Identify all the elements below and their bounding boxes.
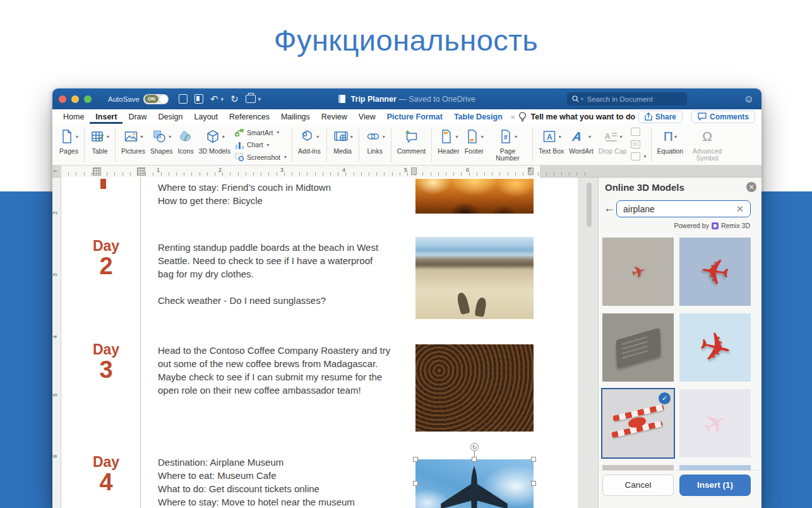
screenshot-button[interactable]: Screenshot▾ — [235, 152, 287, 162]
airplane-model-icon: ✈ — [693, 321, 736, 373]
selection-handle[interactable] — [472, 457, 477, 462]
tab-draw[interactable]: Draw — [122, 110, 152, 124]
equation-pi-icon: Π — [664, 129, 673, 144]
insert-button[interactable]: Insert (1) — [679, 475, 751, 496]
new-document-icon[interactable] — [179, 94, 188, 104]
comment-button[interactable]: Comment — [395, 126, 429, 155]
saved-status-text: — Saved to OneDrive — [398, 95, 475, 104]
smartart-button[interactable]: SmartArt▾ — [235, 128, 287, 137]
icons-duck-icon — [178, 129, 194, 144]
search-input[interactable] — [587, 95, 669, 103]
model-thumbnail[interactable]: ✈ — [679, 313, 751, 382]
redo-icon[interactable]: ↻ — [230, 94, 239, 104]
pictures-button[interactable]: ▾ Pictures — [119, 126, 148, 155]
selection-handle[interactable] — [531, 457, 536, 462]
media-button[interactable]: ▾ Media — [330, 126, 355, 155]
tab-home[interactable]: Home — [57, 110, 90, 124]
model-thumbnail[interactable]: ✈ — [679, 238, 751, 306]
page-number-button[interactable]: #▾ Page Number — [486, 126, 529, 162]
svg-text:A: A — [547, 133, 552, 142]
comments-label: Comments — [710, 112, 749, 121]
indent-marker[interactable] — [411, 167, 417, 175]
tell-me-box[interactable]: Tell me what you want to do — [518, 112, 635, 122]
tab-review[interactable]: Review — [316, 110, 353, 124]
day-2-label: Day 2 — [79, 238, 133, 279]
horizontal-ruler[interactable]: ⌐ 1 2 3 4 5 6 7 — [52, 166, 761, 178]
autosave-toggle[interactable]: ON — [143, 94, 169, 104]
close-window-button[interactable] — [59, 95, 66, 103]
selection-handle[interactable] — [413, 457, 418, 462]
selection-handle[interactable] — [413, 481, 418, 486]
table-column-marker[interactable] — [93, 167, 101, 176]
concert-crowd-photo[interactable] — [415, 179, 534, 214]
document-page[interactable]: Where to stay: Friend’s couch in Midtown… — [61, 178, 578, 508]
cancel-button[interactable]: Cancel — [602, 475, 674, 496]
wrap-text-icon — [631, 128, 640, 136]
add-ins-button[interactable]: ▾ Add-ins — [296, 126, 323, 155]
undo-chevron-icon[interactable]: ▾ — [220, 96, 224, 102]
tab-picture-format[interactable]: Picture Format — [381, 110, 448, 124]
document-scrollbar[interactable] — [587, 183, 592, 227]
tab-layout[interactable]: Layout — [188, 110, 224, 124]
save-icon[interactable] — [194, 94, 203, 104]
clear-search-icon[interactable]: ✕ — [736, 203, 744, 215]
tab-selector-icon[interactable]: ⌐ — [54, 167, 57, 174]
model-thumbnail[interactable] — [602, 313, 674, 382]
links-button[interactable]: ▾ Links — [362, 126, 388, 155]
footer-button[interactable]: ▾ Footer — [462, 126, 486, 155]
drop-cap-button[interactable]: A▾ Drop Cap — [596, 126, 630, 155]
feedback-smiley-icon[interactable]: ☺ — [744, 94, 754, 105]
table-button[interactable]: ▾ Table — [88, 126, 112, 155]
shapes-button[interactable]: ▾ Shapes — [148, 126, 176, 155]
object-options-buttons[interactable]: ▾ — [630, 126, 648, 162]
header-button[interactable]: ▾ Header — [435, 126, 462, 155]
share-button[interactable]: Share — [638, 111, 683, 123]
table-column-marker[interactable] — [137, 167, 145, 176]
beach-photo[interactable] — [415, 237, 534, 319]
3d-models-button[interactable]: ▾ 3D Models — [196, 126, 233, 155]
tab-view[interactable]: View — [353, 110, 381, 124]
chart-button[interactable]: Chart▾ — [235, 140, 287, 150]
model-thumbnail[interactable]: ✈ — [602, 238, 674, 306]
biplane-model-icon — [607, 395, 670, 452]
coffee-beans-photo[interactable] — [415, 344, 534, 432]
tab-references[interactable]: References — [224, 110, 275, 124]
autosave-state: ON — [145, 95, 158, 103]
tab-insert[interactable]: Insert — [90, 110, 122, 124]
text-box-icon: A — [542, 129, 558, 144]
model-thumbnail[interactable]: ✓ — [602, 389, 674, 457]
search-in-document[interactable]: ▾ — [567, 92, 687, 106]
comments-button[interactable]: Comments — [691, 111, 755, 123]
minimize-window-button[interactable] — [71, 95, 79, 103]
model-search-input[interactable] — [623, 204, 724, 214]
vertical-ruler[interactable]: 2 3 4 5 6 — [52, 178, 61, 508]
smartart-icon — [235, 128, 244, 137]
day-1-number-partial — [100, 179, 106, 189]
tab-mailings[interactable]: Mailings — [275, 110, 316, 124]
icons-button[interactable]: Icons — [176, 126, 196, 155]
model-search-box[interactable]: ✕ — [616, 200, 751, 217]
comments-icon — [698, 112, 707, 121]
back-arrow-icon[interactable]: ← — [604, 202, 615, 215]
window-titlebar: AutoSave ON ↶ ▾ ↻ ▾ Trip Planner — Saved… — [52, 88, 761, 109]
tab-overflow-icon[interactable]: » — [508, 112, 518, 121]
rotation-handle[interactable]: ↻ — [470, 443, 479, 451]
airplane-sky-photo[interactable] — [415, 459, 534, 508]
airplane-model-icon: ✈ — [698, 250, 733, 294]
wordart-button[interactable]: A▾ WordArt — [566, 126, 595, 155]
equation-button[interactable]: Π▾ Equation — [655, 126, 686, 155]
print-icon[interactable] — [246, 95, 256, 103]
advanced-symbol-button[interactable]: Ω Advanced Symbol — [686, 126, 729, 162]
text-box-button[interactable]: A▾ Text Box — [536, 126, 566, 155]
search-scope-chevron-icon[interactable]: ▾ — [581, 97, 583, 102]
close-pane-icon[interactable]: ✕ — [746, 182, 756, 192]
undo-icon[interactable]: ↶ — [210, 94, 218, 104]
tab-table-design[interactable]: Table Design — [448, 110, 508, 124]
toolbar-options-chevron-icon[interactable]: ▾ — [258, 96, 261, 102]
model-thumbnail[interactable]: ✈ — [679, 389, 751, 457]
pages-button[interactable]: ▾ Pages — [57, 126, 81, 155]
zoom-window-button[interactable] — [84, 95, 92, 103]
selection-handle[interactable] — [531, 481, 536, 486]
tab-design[interactable]: Design — [153, 110, 189, 124]
shapes-icon — [152, 129, 167, 144]
